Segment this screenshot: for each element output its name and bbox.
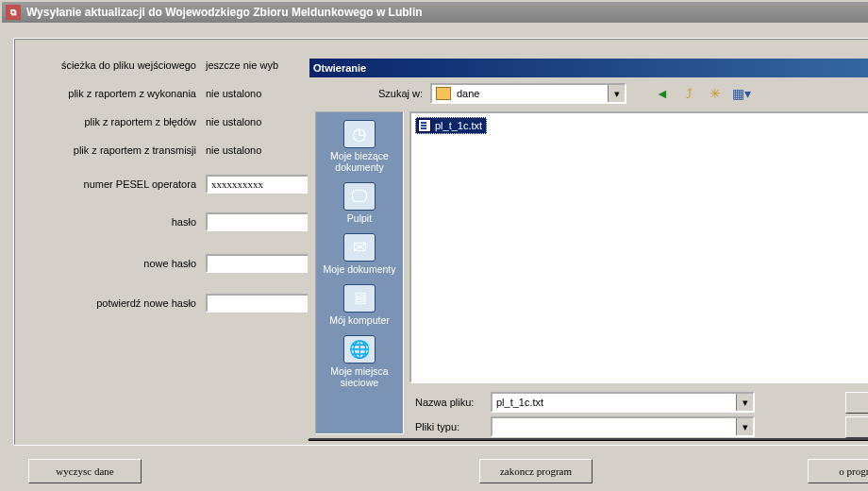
window-title: Wysyłanie aktualizacji do Wojewodzkiego …: [26, 6, 423, 19]
lookin-row: Szukaj w: dane ▾ ◄ ⤴ ✳ ▦▾: [309, 77, 868, 110]
nav-icons: ◄ ⤴ ✳ ▦▾: [653, 84, 751, 103]
place-recent-label: Moje bieżące dokumenty: [322, 150, 397, 173]
filetype-row: Pliki typu: ▾ Anuluj: [415, 415, 868, 438]
lookin-dropdown-button[interactable]: ▾: [608, 85, 625, 102]
place-desktop-label: Pulpit: [347, 212, 372, 224]
place-mycomputer[interactable]: 🖥 Mój komputer: [322, 282, 397, 328]
open-dialog: Otwieranie ? × Szukaj w: dane ▾ ◄ ⤴ ✳ ▦▾…: [308, 57, 868, 440]
new-folder-icon[interactable]: ✳: [706, 84, 725, 103]
views-icon[interactable]: ▦▾: [732, 84, 751, 103]
file-item-selected[interactable]: pl_t_1c.txt: [415, 117, 487, 134]
place-mydocs[interactable]: ✉ Moje dokumenty: [322, 231, 397, 277]
clear-button[interactable]: wyczysc dane: [28, 459, 142, 483]
label-pesel: numer PESEL operatora: [17, 178, 206, 190]
recent-docs-icon: ◷: [343, 120, 376, 148]
filename-value: pl_t_1c.txt: [496, 397, 543, 408]
row-confirm-password: potwierdź nowe hasło: [17, 293, 328, 313]
place-mydocs-label: Moje dokumenty: [323, 263, 395, 275]
mydocs-icon: ✉: [343, 233, 376, 262]
filetype-label: Pliki typu:: [415, 421, 491, 432]
dialog-title: Otwieranie: [313, 62, 366, 74]
desktop-icon: 🖵: [343, 182, 376, 211]
row-pesel: numer PESEL operatora: [17, 174, 328, 195]
back-icon[interactable]: ◄: [653, 84, 672, 103]
open-button[interactable]: Otwórz: [845, 392, 868, 414]
titlebar: ⧉ Wysyłanie aktualizacji do Wojewodzkieg…: [2, 2, 868, 23]
filename-label: Nazwa pliku:: [415, 397, 491, 408]
lookin-value: dane: [457, 88, 479, 99]
text-file-icon: [418, 119, 431, 132]
label-input-path: ścieżka do pliku wejściowego: [17, 59, 206, 71]
label-error-report: plik z raportem z błędów: [17, 116, 206, 127]
place-mycomputer-label: Mój komputer: [329, 314, 390, 326]
label-exec-report: plik z raportem z wykonania: [17, 88, 206, 99]
label-password: hasło: [17, 216, 206, 228]
label-new-password: nowe hasło: [17, 258, 206, 269]
filename-row: Nazwa pliku: pl_t_1c.txt ▾ Otwórz: [415, 391, 868, 414]
up-folder-icon[interactable]: ⤴: [679, 84, 698, 103]
about-button[interactable]: o programie: [808, 459, 868, 483]
mycomputer-icon: 🖥: [343, 284, 376, 313]
filename-combo[interactable]: pl_t_1c.txt ▾: [491, 392, 755, 413]
row-error-report: plik z raportem z błędów nie ustalono: [17, 111, 338, 132]
lookin-label: Szukaj w:: [366, 88, 423, 99]
place-network[interactable]: 🌐 Moje miejsca sieciowe: [322, 333, 397, 390]
label-trans-report: plik z raportem z transmisji: [17, 144, 206, 156]
row-new-password: nowe hasło: [17, 253, 328, 274]
place-desktop[interactable]: 🖵 Pulpit: [322, 180, 397, 226]
folder-icon: [436, 87, 451, 100]
label-confirm-password: potwierdź nowe hasło: [17, 297, 206, 309]
place-network-label: Moje miejsca sieciowe: [322, 365, 397, 388]
file-item-name: pl_t_1c.txt: [435, 120, 482, 131]
filename-dropdown-button[interactable]: ▾: [736, 394, 753, 411]
finish-button[interactable]: zakoncz program: [479, 459, 593, 483]
place-recent[interactable]: ◷ Moje bieżące dokumenty: [322, 118, 397, 175]
cancel-button[interactable]: Anuluj: [845, 416, 868, 438]
filetype-dropdown-button[interactable]: ▾: [736, 418, 753, 435]
row-password: hasło: [17, 212, 328, 232]
network-icon: 🌐: [343, 335, 376, 364]
row-input-path: ścieżka do pliku wejściowego jeszcze nie…: [17, 55, 338, 76]
row-trans-report: plik z raportem z transmisji nie ustalon…: [17, 140, 338, 161]
file-list[interactable]: pl_t_1c.txt: [409, 111, 868, 383]
row-exec-report: plik z raportem z wykonania nie ustalono: [17, 83, 338, 104]
lookin-combo[interactable]: dane ▾: [430, 83, 626, 104]
dialog-titlebar: Otwieranie ? ×: [309, 59, 868, 77]
app-icon: ⧉: [6, 5, 21, 20]
filetype-combo[interactable]: ▾: [491, 416, 755, 437]
places-bar: ◷ Moje bieżące dokumenty 🖵 Pulpit ✉ Moje…: [315, 111, 404, 434]
